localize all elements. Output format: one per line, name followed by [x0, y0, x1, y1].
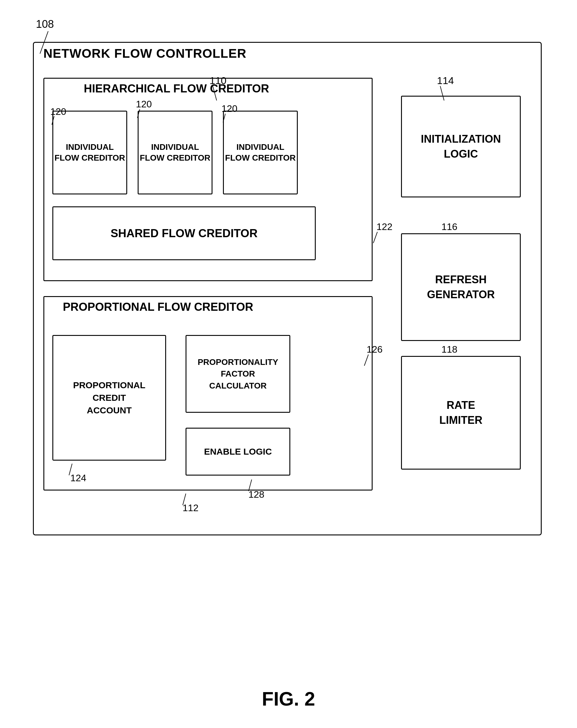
ref-120-2-label: 120	[136, 99, 152, 110]
propfac-box: PROPORTIONALITY FACTOR CALCULATOR	[185, 335, 290, 413]
ifc-1-label: INDIVIDUAL FLOW CREDITOR	[53, 142, 126, 164]
enable-box: ENABLE LOGIC	[185, 428, 290, 475]
pfc-outer-label: PROPORTIONAL FLOW CREDITOR	[63, 301, 253, 313]
sfc-box: SHARED FLOW CREDITOR	[52, 206, 316, 260]
propfac-label: PROPORTIONALITY FACTOR CALCULATOR	[198, 356, 278, 391]
diagram-area: 108 NETWORK FLOW CONTROLLER 110 114 HIER…	[24, 18, 551, 586]
init-label: INITIALIZATION LOGIC	[421, 132, 501, 162]
nfc-label: NETWORK FLOW CONTROLLER	[43, 46, 247, 61]
ref-124-label: 124	[70, 473, 86, 484]
ref-112-label: 112	[182, 502, 198, 514]
fig-caption: FIG. 2	[262, 688, 315, 710]
pca-box: PROPORTIONAL CREDIT ACCOUNT	[52, 335, 166, 461]
ref-118-label: 118	[442, 344, 457, 355]
ifc-3-label: INDIVIDUAL FLOW CREDITOR	[224, 142, 297, 164]
ref-126-label: 126	[367, 344, 382, 355]
ifc-box-2: INDIVIDUAL FLOW CREDITOR	[138, 111, 212, 194]
pca-label: PROPORTIONAL CREDIT ACCOUNT	[73, 379, 146, 417]
hfc-label: HIERARCHICAL FLOW CREDITOR	[84, 82, 269, 95]
ifc-box-1: INDIVIDUAL FLOW CREDITOR	[52, 111, 127, 194]
ifc-box-3: INDIVIDUAL FLOW CREDITOR	[223, 111, 298, 194]
init-box: INITIALIZATION LOGIC	[401, 96, 521, 198]
ref-116-label: 116	[442, 221, 457, 232]
ref-114-label: 114	[437, 75, 454, 86]
rate-label: RATE LIMITER	[439, 398, 482, 428]
sfc-label: SHARED FLOW CREDITOR	[110, 227, 257, 240]
refresh-label: REFRESH GENERATOR	[427, 272, 495, 303]
enable-label: ENABLE LOGIC	[204, 446, 272, 457]
ifc-2-label: INDIVIDUAL FLOW CREDITOR	[139, 142, 211, 164]
refresh-box: REFRESH GENERATOR	[401, 233, 521, 341]
ref-122-label: 122	[376, 221, 392, 232]
rate-box: RATE LIMITER	[401, 356, 521, 470]
ref-108-label: 108	[36, 18, 54, 30]
ref-128-label: 128	[248, 489, 264, 500]
